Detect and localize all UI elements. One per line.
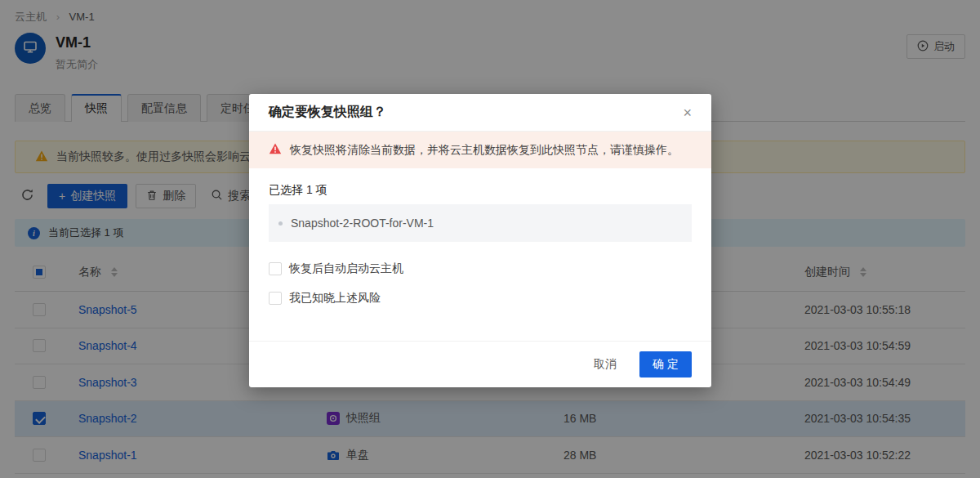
- selected-count-label: 已选择 1 项: [269, 183, 692, 198]
- confirm-button[interactable]: 确 定: [639, 351, 692, 377]
- bullet-icon: [278, 221, 283, 226]
- modal-alert-text: 恢复快照将清除当前数据，并将云主机数据恢复到此快照节点，请谨慎操作。: [290, 143, 679, 158]
- modal-body: 已选择 1 项 Snapshot-2-ROOT-for-VM-1 恢复后自动启动…: [249, 168, 711, 341]
- close-icon[interactable]: ×: [683, 105, 692, 120]
- autostart-checkbox-label: 恢复后自动启动云主机: [289, 261, 403, 276]
- risk-ack-checkbox-label: 我已知晓上述风险: [289, 291, 381, 306]
- cancel-button[interactable]: 取消: [587, 352, 623, 377]
- selected-item-box: Snapshot-2-ROOT-for-VM-1: [269, 204, 692, 242]
- autostart-checkbox[interactable]: [269, 262, 282, 275]
- modal-danger-alert: 恢复快照将清除当前数据，并将云主机数据恢复到此快照节点，请谨慎操作。: [249, 132, 711, 168]
- error-triangle-icon: [269, 142, 282, 158]
- risk-ack-checkbox-row[interactable]: 我已知晓上述风险: [269, 291, 692, 306]
- modal-footer: 取消 确 定: [249, 341, 711, 387]
- autostart-checkbox-row[interactable]: 恢复后自动启动云主机: [269, 261, 692, 276]
- selected-item-name: Snapshot-2-ROOT-for-VM-1: [291, 217, 434, 230]
- modal-header: 确定要恢复快照组？ ×: [249, 94, 711, 132]
- modal-title: 确定要恢复快照组？: [269, 104, 386, 121]
- restore-snapshot-modal: 确定要恢复快照组？ × 恢复快照将清除当前数据，并将云主机数据恢复到此快照节点，…: [249, 94, 711, 387]
- risk-ack-checkbox[interactable]: [269, 292, 282, 305]
